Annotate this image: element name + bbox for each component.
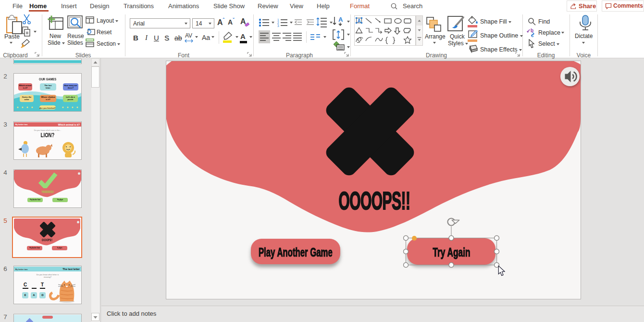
svg-text:A: A — [338, 16, 343, 23]
svg-text:3: 3 — [277, 24, 279, 27]
svg-text:Are you finished?: Are you finished? — [39, 107, 56, 109]
svg-text:A: A — [358, 18, 361, 24]
